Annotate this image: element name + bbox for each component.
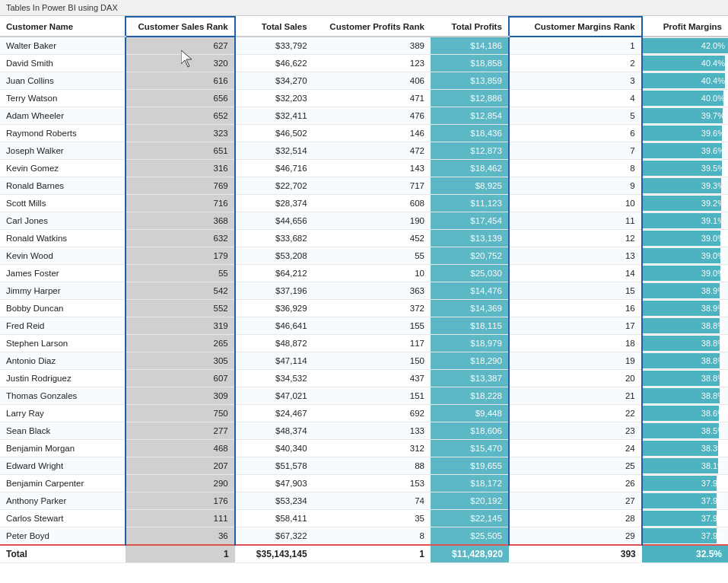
cell-total-profits: $13,387 bbox=[431, 370, 509, 387]
cell-sales-rank: 55 bbox=[126, 265, 235, 282]
table-row[interactable]: Juan Collins616$34,270406$13,859340.4% bbox=[0, 72, 728, 90]
cell-total-profits: $13,139 bbox=[431, 230, 509, 247]
cell-customer-name: Scott Mills bbox=[0, 195, 126, 212]
col-header-total-sales[interactable]: Total Sales bbox=[235, 17, 313, 37]
cell-total-profits: $20,192 bbox=[431, 492, 509, 510]
cell-profit-margins: 40.4% bbox=[642, 55, 728, 72]
table-row[interactable]: Edward Wright207$51,57888$19,6552538.1% bbox=[0, 457, 728, 475]
profit-margin-value: 40.4% bbox=[643, 72, 728, 89]
col-header-total-profits[interactable]: Total Profits bbox=[431, 17, 509, 37]
table-row[interactable]: David Smith320$46,622123$18,858240.4% bbox=[0, 55, 728, 72]
table-row[interactable]: Kevin Gomez316$46,716143$18,462839.5% bbox=[0, 160, 728, 177]
total-profits-rank: 1 bbox=[313, 545, 431, 563]
table-row[interactable]: Joseph Walker651$32,514472$12,873739.6% bbox=[0, 142, 728, 160]
col-header-name[interactable]: Customer Name bbox=[0, 17, 126, 37]
table-row[interactable]: Kevin Wood179$53,20855$20,7521339.0% bbox=[0, 247, 728, 265]
cell-margins-rank: 15 bbox=[509, 282, 642, 300]
cell-sales-rank: 320 bbox=[126, 55, 235, 72]
table-row[interactable]: Terry Watson656$32,203471$12,886440.0% bbox=[0, 90, 728, 107]
col-header-profit-margins[interactable]: Profit Margins bbox=[642, 17, 728, 37]
cell-total-profits: $14,476 bbox=[431, 282, 509, 300]
cell-margins-rank: 28 bbox=[509, 510, 642, 527]
table-row[interactable]: Adam Wheeler652$32,411476$12,854539.7% bbox=[0, 107, 728, 125]
cell-profits-rank: 452 bbox=[313, 230, 431, 247]
cell-profits-rank: 692 bbox=[313, 405, 431, 422]
cell-margins-rank: 13 bbox=[509, 247, 642, 265]
cell-sales-rank: 627 bbox=[126, 37, 235, 55]
table-row[interactable]: Scott Mills716$28,374608$11,1231039.2% bbox=[0, 195, 728, 212]
table-row[interactable]: Stephen Larson265$48,872117$18,9791838.8… bbox=[0, 335, 728, 352]
cell-profits-rank: 117 bbox=[313, 335, 431, 352]
cell-profit-margins: 39.0% bbox=[642, 247, 728, 265]
profit-margin-value: 39.0% bbox=[643, 247, 728, 264]
cell-customer-name: Larry Ray bbox=[0, 405, 126, 422]
cell-profit-margins: 38.5% bbox=[642, 422, 728, 440]
cell-customer-name: Ronald Barnes bbox=[0, 177, 126, 195]
cell-profit-margins: 39.1% bbox=[642, 212, 728, 230]
table-row[interactable]: Ronald Watkins632$33,682452$13,1391239.0… bbox=[0, 230, 728, 247]
cell-profit-margins: 42.0% bbox=[642, 37, 728, 55]
cell-profits-rank: 476 bbox=[313, 107, 431, 125]
total-total-profits: $11,428,920 bbox=[431, 545, 509, 563]
cell-margins-rank: 9 bbox=[509, 177, 642, 195]
cell-customer-name: Anthony Parker bbox=[0, 492, 126, 510]
table-row[interactable]: Sean Black277$48,374133$18,6062338.5% bbox=[0, 422, 728, 440]
cell-sales-rank: 265 bbox=[126, 335, 235, 352]
cell-total-sales: $28,374 bbox=[235, 195, 313, 212]
cell-margins-rank: 22 bbox=[509, 405, 642, 422]
table-row[interactable]: Walter Baker627$33,792389$14,186142.0% bbox=[0, 37, 728, 55]
cell-customer-name: Stephen Larson bbox=[0, 335, 126, 352]
table-row[interactable]: Peter Boyd36$67,3228$25,5052937.9% bbox=[0, 527, 728, 546]
cell-total-profits: $19,655 bbox=[431, 457, 509, 475]
col-header-margins-rank[interactable]: Customer Margins Rank bbox=[509, 17, 642, 37]
total-sales-rank: 1 bbox=[126, 545, 235, 563]
table-row[interactable]: James Foster55$64,21210$25,0301439.0% bbox=[0, 265, 728, 282]
cell-profits-rank: 608 bbox=[313, 195, 431, 212]
table-row[interactable]: Ronald Barnes769$22,702717$8,925939.3% bbox=[0, 177, 728, 195]
cell-profit-margins: 39.0% bbox=[642, 265, 728, 282]
table-row[interactable]: Benjamin Morgan468$40,340312$15,4702438.… bbox=[0, 440, 728, 457]
cell-total-profits: $18,290 bbox=[431, 352, 509, 370]
cell-margins-rank: 17 bbox=[509, 317, 642, 335]
cell-total-profits: $18,436 bbox=[431, 125, 509, 142]
cell-profits-rank: 717 bbox=[313, 177, 431, 195]
col-header-sales-rank[interactable]: Customer Sales Rank bbox=[126, 17, 235, 37]
table-row[interactable]: Raymond Roberts323$46,502146$18,436639.6… bbox=[0, 125, 728, 142]
cell-profit-margins: 38.8% bbox=[642, 335, 728, 352]
profit-margin-value: 40.4% bbox=[643, 55, 728, 72]
table-row[interactable]: Carlos Stewart111$58,41135$22,1452837.9% bbox=[0, 510, 728, 527]
table-row[interactable]: Fred Reid319$46,641155$18,1151738.8% bbox=[0, 317, 728, 335]
cell-profit-margins: 38.8% bbox=[642, 317, 728, 335]
table-row[interactable]: Larry Ray750$24,467692$9,4482238.6% bbox=[0, 405, 728, 422]
table-row[interactable]: Carl Jones368$44,656190$17,4541139.1% bbox=[0, 212, 728, 230]
cell-total-profits: $18,858 bbox=[431, 55, 509, 72]
table-row[interactable]: Antonio Diaz305$47,114150$18,2901938.8% bbox=[0, 352, 728, 370]
profit-margin-value: 38.8% bbox=[643, 387, 728, 404]
table-row[interactable]: Jimmy Harper542$37,196363$14,4761538.9% bbox=[0, 282, 728, 300]
cell-total-sales: $48,374 bbox=[235, 422, 313, 440]
cell-margins-rank: 24 bbox=[509, 440, 642, 457]
cell-customer-name: Carl Jones bbox=[0, 212, 126, 230]
table-container: Tables In Power BI using DAX Customer Na… bbox=[0, 0, 728, 583]
table-row[interactable]: Justin Rodriguez607$34,532437$13,3872038… bbox=[0, 370, 728, 387]
cell-profit-margins: 40.4% bbox=[642, 72, 728, 90]
table-row[interactable]: Bobby Duncan552$36,929372$14,3691638.9% bbox=[0, 300, 728, 317]
cell-profits-rank: 146 bbox=[313, 125, 431, 142]
cell-profit-margins: 38.9% bbox=[642, 300, 728, 317]
cell-profits-rank: 153 bbox=[313, 475, 431, 492]
total-profit-margins: 32.5% bbox=[642, 545, 728, 563]
table-row[interactable]: Benjamin Carpenter290$47,903153$18,17226… bbox=[0, 475, 728, 492]
cell-customer-name: Sean Black bbox=[0, 422, 126, 440]
cell-customer-name: Ronald Watkins bbox=[0, 230, 126, 247]
cell-profits-rank: 35 bbox=[313, 510, 431, 527]
table-row[interactable]: Anthony Parker176$53,23474$20,1922737.9% bbox=[0, 492, 728, 510]
table-row[interactable]: Thomas Gonzales309$47,021151$18,2282138.… bbox=[0, 387, 728, 405]
cell-margins-rank: 6 bbox=[509, 125, 642, 142]
cell-customer-name: Carlos Stewart bbox=[0, 510, 126, 527]
cell-profits-rank: 190 bbox=[313, 212, 431, 230]
cell-profit-margins: 38.8% bbox=[642, 370, 728, 387]
cell-sales-rank: 652 bbox=[126, 107, 235, 125]
cell-sales-rank: 319 bbox=[126, 317, 235, 335]
col-header-profits-rank[interactable]: Customer Profits Rank bbox=[313, 17, 431, 37]
cell-customer-name: Juan Collins bbox=[0, 72, 126, 90]
